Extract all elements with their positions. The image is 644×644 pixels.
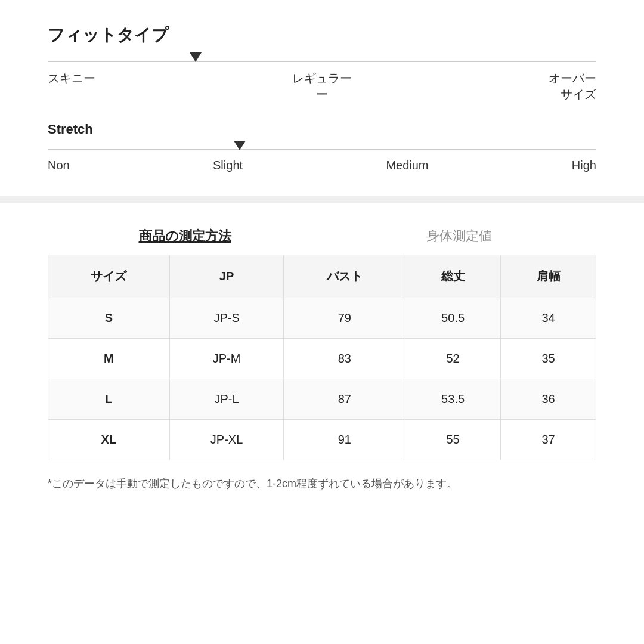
- table-body: S JP-S 79 50.5 34 M JP-M 83 52 35 L JP-L…: [48, 298, 596, 460]
- fit-type-title: フィットタイプ: [48, 24, 596, 47]
- svg-marker-1: [234, 141, 246, 150]
- fit-label-skinny: スキニー: [48, 70, 95, 103]
- stretch-track: [48, 149, 596, 150]
- fit-type-section: フィットタイプ スキニー レギュラー ー オーバー サイズ: [48, 24, 596, 172]
- stretch-marker: [234, 141, 246, 150]
- row-xl-shoulder: 37: [501, 420, 596, 460]
- fit-marker: [190, 52, 202, 62]
- stretch-label-slight: Slight: [213, 159, 243, 172]
- fit-label-oversize: オーバー サイズ: [549, 70, 596, 103]
- row-xl-size: XL: [48, 420, 170, 460]
- row-xl-total: 55: [405, 420, 501, 460]
- fit-type-slider: スキニー レギュラー ー オーバー サイズ: [48, 61, 596, 103]
- stretch-title: Stretch: [48, 122, 596, 137]
- fit-track: [48, 61, 596, 62]
- table-headers-row: 商品の測定方法 身体測定値: [48, 227, 596, 245]
- table-footnote: *このデータは手動で測定したものですので、1-2cm程度ずれている場合があります…: [48, 475, 596, 493]
- row-m-total: 52: [405, 339, 501, 379]
- table-head: サイズ JP バスト 総丈 肩幅: [48, 255, 596, 298]
- stretch-labels: Non Slight Medium High: [48, 159, 596, 172]
- row-s-size: S: [48, 298, 170, 339]
- row-s-total: 50.5: [405, 298, 501, 339]
- col-header-bust: バスト: [284, 255, 405, 298]
- row-l-bust: 87: [284, 379, 405, 420]
- row-l-shoulder: 36: [501, 379, 596, 420]
- row-xl-jp: JP-XL: [169, 420, 284, 460]
- stretch-label-high: High: [572, 159, 596, 172]
- col-header-total: 総丈: [405, 255, 501, 298]
- section-divider: [0, 196, 644, 203]
- row-l-jp: JP-L: [169, 379, 284, 420]
- row-m-size: M: [48, 339, 170, 379]
- row-xl-bust: 91: [284, 420, 405, 460]
- table-row: M JP-M 83 52 35: [48, 339, 596, 379]
- col-header-jp: JP: [169, 255, 284, 298]
- svg-marker-0: [190, 52, 202, 62]
- row-s-jp: JP-S: [169, 298, 284, 339]
- size-table-section: 商品の測定方法 身体測定値 サイズ JP バスト 総丈 肩幅 S JP-S 79…: [48, 227, 596, 493]
- table-header-row: サイズ JP バスト 総丈 肩幅: [48, 255, 596, 298]
- col-header-size: サイズ: [48, 255, 170, 298]
- stretch-label-medium: Medium: [386, 159, 428, 172]
- row-m-jp: JP-M: [169, 339, 284, 379]
- col-header-shoulder: 肩幅: [501, 255, 596, 298]
- row-l-total: 53.5: [405, 379, 501, 420]
- row-m-bust: 83: [284, 339, 405, 379]
- table-header-left: 商品の測定方法: [48, 227, 322, 245]
- page-container: フィットタイプ スキニー レギュラー ー オーバー サイズ: [0, 0, 644, 529]
- table-header-right: 身体測定値: [322, 227, 596, 245]
- row-s-shoulder: 34: [501, 298, 596, 339]
- table-row: L JP-L 87 53.5 36: [48, 379, 596, 420]
- size-table: サイズ JP バスト 総丈 肩幅 S JP-S 79 50.5 34 M JP-: [48, 255, 596, 460]
- table-row: XL JP-XL 91 55 37: [48, 420, 596, 460]
- fit-labels: スキニー レギュラー ー オーバー サイズ: [48, 70, 596, 103]
- fit-label-regular: レギュラー ー: [292, 70, 352, 103]
- stretch-slider: Non Slight Medium High: [48, 149, 596, 172]
- table-row: S JP-S 79 50.5 34: [48, 298, 596, 339]
- stretch-label-non: Non: [48, 159, 70, 172]
- row-l-size: L: [48, 379, 170, 420]
- row-m-shoulder: 35: [501, 339, 596, 379]
- row-s-bust: 79: [284, 298, 405, 339]
